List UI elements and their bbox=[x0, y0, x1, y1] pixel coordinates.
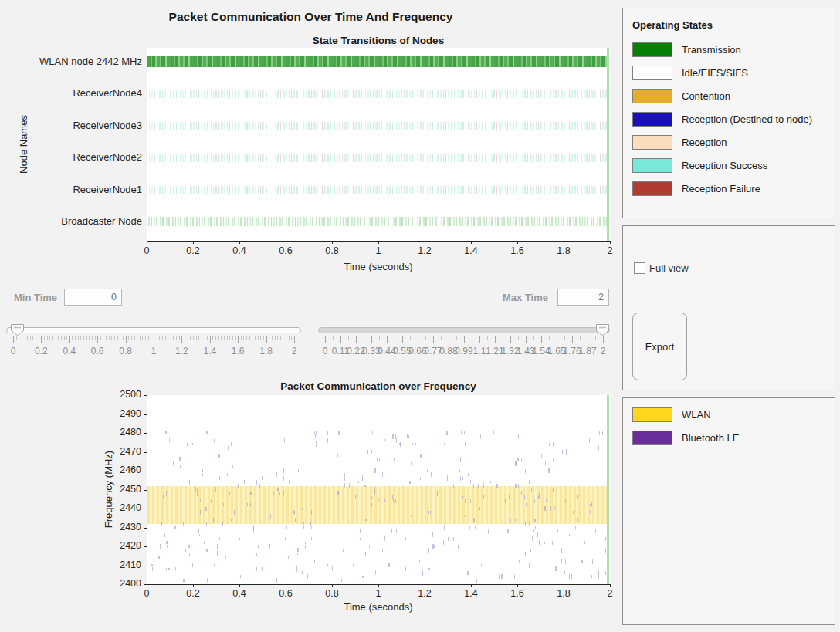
ble-packet-dash bbox=[571, 458, 571, 461]
slider-tick bbox=[238, 336, 239, 343]
slider-tick bbox=[235, 336, 236, 340]
ble-packet-dash bbox=[204, 541, 205, 544]
slider-track[interactable] bbox=[318, 327, 610, 333]
ble-packet-dash bbox=[217, 544, 218, 549]
ble-packet-dash bbox=[294, 510, 295, 515]
slider-tick bbox=[61, 336, 62, 340]
ble-packet-dash bbox=[231, 442, 232, 446]
ble-packet-dash bbox=[564, 434, 564, 438]
ble-packet-dash bbox=[578, 495, 578, 499]
ble-packet-dash bbox=[602, 431, 603, 435]
slider-tick bbox=[218, 336, 219, 340]
ble-packet-dash bbox=[302, 508, 303, 510]
ble-packet-dash bbox=[456, 556, 456, 559]
ble-packet-dash bbox=[392, 495, 393, 499]
slider-handle[interactable] bbox=[10, 323, 25, 336]
axis-tick bbox=[239, 584, 240, 587]
time-axis-tick-label: 1 bbox=[355, 245, 401, 256]
min-time-input[interactable] bbox=[64, 289, 122, 306]
ble-packet-dash bbox=[192, 563, 193, 567]
slider-tick bbox=[294, 336, 295, 343]
slider-tick bbox=[395, 336, 395, 340]
min-time-slider[interactable]: 00.20.40.60.811.21.41.61.82 bbox=[6, 324, 301, 360]
ble-packet-dash bbox=[547, 461, 547, 465]
ble-packet-dash bbox=[225, 476, 225, 481]
ble-packet-dash bbox=[541, 454, 542, 458]
slider-tick bbox=[348, 336, 349, 340]
state-chart-title: State Transitions of Nodes bbox=[147, 35, 610, 46]
ble-packet-dash bbox=[303, 526, 304, 529]
ble-packet-dash bbox=[420, 477, 421, 480]
ble-packet-dash bbox=[357, 545, 357, 548]
ble-packet-dash bbox=[483, 483, 484, 488]
slider-tick bbox=[433, 336, 434, 343]
ble-packet-dash bbox=[554, 492, 554, 495]
ble-packet-dash bbox=[534, 499, 535, 503]
max-time-input[interactable] bbox=[557, 289, 609, 306]
ble-packet-dash bbox=[555, 566, 557, 571]
legend-label: Reception Failure bbox=[682, 183, 760, 194]
category-label: ReceiverNode1 bbox=[0, 184, 142, 195]
time-axis-tick-label: 0.4 bbox=[216, 588, 262, 599]
ble-packet-dash bbox=[422, 570, 423, 576]
ble-packet-dash bbox=[549, 443, 550, 446]
ble-packet-dash bbox=[525, 522, 526, 526]
freq-chart-plot bbox=[147, 395, 611, 585]
slider-ticks bbox=[325, 336, 603, 343]
export-button[interactable]: Export bbox=[632, 313, 687, 380]
axis-tick bbox=[144, 433, 147, 434]
slider-tick bbox=[371, 336, 372, 343]
slider-tick bbox=[114, 336, 115, 340]
ble-packet-dash bbox=[415, 443, 416, 445]
ble-packet-dash bbox=[598, 575, 599, 579]
time-axis-tick-label: 1.8 bbox=[540, 245, 587, 256]
legend-item: Reception Success bbox=[623, 154, 835, 177]
ble-packet-dash bbox=[314, 431, 315, 435]
ble-packet-dash bbox=[533, 529, 534, 532]
slider-tick bbox=[142, 336, 143, 340]
category-label: ReceiverNode4 bbox=[0, 87, 142, 99]
ble-packet-dash bbox=[173, 461, 174, 465]
ble-packet-dash bbox=[353, 564, 354, 566]
axis-tick bbox=[144, 490, 147, 491]
ble-packet-dash bbox=[334, 567, 334, 572]
category-label: Broadcaster Node bbox=[0, 215, 142, 227]
slider-handle[interactable] bbox=[595, 323, 610, 336]
ble-packet-dash bbox=[465, 499, 466, 503]
ble-packet-dash bbox=[192, 443, 193, 445]
ble-packet-dash bbox=[598, 446, 599, 450]
slider-tick bbox=[117, 336, 118, 340]
ble-packet-dash bbox=[430, 511, 431, 514]
app-window: Packet Communication Over Time And Frequ… bbox=[0, 0, 840, 632]
ble-packet-dash bbox=[435, 559, 435, 564]
ble-packet-dash bbox=[539, 540, 540, 545]
ble-packet-dash bbox=[539, 492, 540, 495]
slider-tick bbox=[44, 336, 45, 340]
slider-tick bbox=[229, 336, 230, 340]
ble-packet-dash bbox=[573, 511, 574, 513]
ble-packet-dash bbox=[276, 578, 277, 583]
ble-packet-dash bbox=[232, 435, 232, 438]
slider-tick bbox=[275, 336, 276, 340]
max-time-slider[interactable]: 00.110.220.330.440.550.660.770.880.991.1… bbox=[318, 324, 610, 360]
ble-packet-dash bbox=[207, 578, 208, 582]
ble-packet-dash bbox=[369, 545, 370, 549]
slider-tick bbox=[221, 336, 222, 340]
axis-tick bbox=[332, 241, 333, 244]
ble-packet-dash bbox=[412, 443, 413, 445]
slider-tick bbox=[30, 336, 31, 340]
ble-packet-dash bbox=[234, 510, 235, 514]
ble-packet-dash bbox=[561, 548, 562, 552]
ble-packet-dash bbox=[382, 549, 383, 552]
time-axis-tick-label: 0.8 bbox=[309, 245, 355, 256]
ble-packet-dash bbox=[459, 469, 460, 472]
ble-packet-dash bbox=[253, 525, 254, 530]
ble-packet-dash bbox=[529, 480, 530, 484]
ble-packet-dash bbox=[311, 510, 312, 515]
full-view-checkbox[interactable] bbox=[634, 262, 645, 274]
frequency-tick-label: 2420 bbox=[0, 540, 141, 551]
time-axis-tick-label: 2 bbox=[587, 245, 633, 256]
slider-tick bbox=[137, 336, 137, 340]
slider-track[interactable] bbox=[6, 327, 301, 333]
ble-packet-dash bbox=[480, 434, 481, 439]
